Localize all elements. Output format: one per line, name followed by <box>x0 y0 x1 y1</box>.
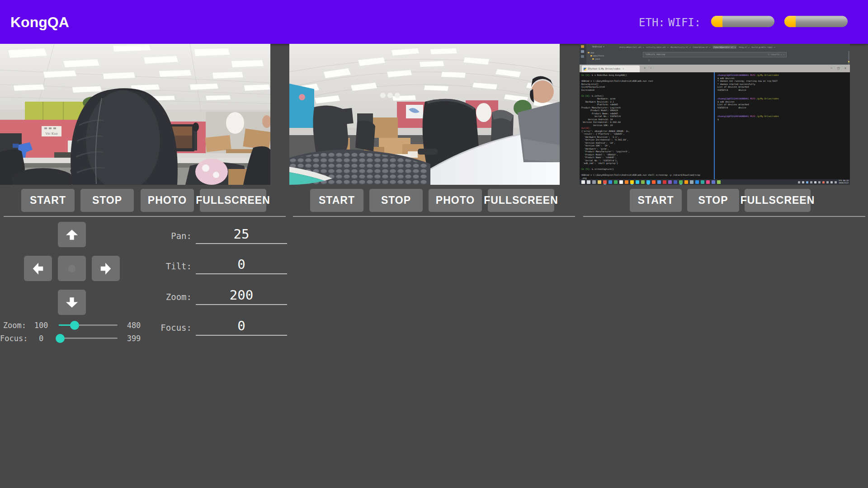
wifi-progress-bar <box>784 16 848 27</box>
focus-slider-thumb[interactable] <box>56 334 65 343</box>
pan-left-button[interactable] <box>24 256 52 281</box>
pan-label: Pan: <box>154 231 192 241</box>
pan-right-button[interactable] <box>92 256 120 281</box>
home-icon <box>65 263 79 275</box>
stop-button[interactable]: STOP <box>80 189 134 212</box>
arrow-right-icon <box>100 262 112 275</box>
panel-divider <box>4 216 286 217</box>
start-button[interactable]: START <box>21 189 75 212</box>
zoom-slider-max: 480 <box>124 321 144 330</box>
tilt-field-row: Tilt: 0 <box>154 254 289 274</box>
tilt-up-button[interactable] <box>58 222 86 247</box>
wifi-label: WIFI: <box>668 16 701 29</box>
pan-input[interactable]: 25 <box>196 226 287 244</box>
camera-panel-1: Vic Kao <box>0 44 270 220</box>
start-button[interactable]: START <box>630 189 682 212</box>
zoom-slider[interactable] <box>59 324 118 326</box>
photo-button[interactable]: PHOTO <box>141 189 194 212</box>
app-window: KongQA ETH: WIFI: <box>0 0 868 488</box>
focus-input[interactable]: 0 <box>196 318 287 336</box>
arrow-down-icon <box>65 296 79 309</box>
stop-button[interactable]: STOP <box>687 189 739 212</box>
focus-field-row: Focus: 0 <box>154 316 289 336</box>
focus-slider-max: 399 <box>124 334 144 343</box>
tilt-down-button[interactable] <box>58 290 86 315</box>
eth-label: ETH: <box>639 16 665 29</box>
zoom-slider-label: Zoom: <box>0 321 26 330</box>
center-home-button[interactable] <box>58 256 86 281</box>
tilt-label: Tilt: <box>154 261 192 271</box>
wifi-progress-fill <box>784 16 796 27</box>
arrow-up-icon <box>65 229 79 241</box>
focus-label: Focus: <box>154 323 192 333</box>
camera-feed-3: Android ▾ AndroidManifest.xml ×activity_… <box>580 44 850 185</box>
stop-button[interactable]: STOP <box>369 189 423 212</box>
eth-progress-bar <box>711 16 774 27</box>
focus-slider-min: 0 <box>31 334 51 343</box>
pan-field-row: Pan: 25 <box>154 224 289 244</box>
start-button[interactable]: START <box>310 189 363 212</box>
fullscreen-button[interactable]: FULLSCREEN <box>745 189 811 212</box>
feed-overlay <box>580 44 850 185</box>
camera-panel-2: STARTSTOPPHOTOFULLSCREEN <box>289 44 560 220</box>
photo-button[interactable]: PHOTO <box>429 189 482 212</box>
camera-3-buttons: STARTSTOPFULLSCREEN <box>580 189 850 212</box>
zoom-slider-thumb[interactable] <box>70 321 79 330</box>
zoom-field-row: Zoom: 200 <box>154 285 289 305</box>
camera-2-buttons: STARTSTOPPHOTOFULLSCREEN <box>289 189 560 212</box>
zoom-slider-min: 100 <box>31 321 51 330</box>
focus-slider-label: Focus: <box>0 334 26 343</box>
eth-progress-fill <box>711 16 722 27</box>
zoom-input[interactable]: 200 <box>196 287 287 305</box>
camera-panel-3: Android ▾ AndroidManifest.xml ×activity_… <box>580 44 850 220</box>
feed-overlay <box>0 44 270 185</box>
app-bar: KongQA ETH: WIFI: <box>0 0 868 44</box>
panel-divider <box>583 216 865 217</box>
fullscreen-button[interactable]: FULLSCREEN <box>488 189 554 212</box>
focus-slider[interactable] <box>59 338 118 339</box>
tilt-input[interactable]: 0 <box>196 257 287 274</box>
arrow-left-icon <box>32 262 44 275</box>
fullscreen-button[interactable]: FULLSCREEN <box>200 189 266 212</box>
feed-overlay <box>289 44 560 185</box>
camera-feed-1: Vic Kao <box>0 44 270 185</box>
camera-1-buttons: STARTSTOPPHOTOFULLSCREEN <box>0 189 270 212</box>
zoom-label: Zoom: <box>154 292 192 302</box>
panel-divider <box>293 216 575 217</box>
camera-feed-2 <box>289 44 560 185</box>
app-title: KongQA <box>10 14 69 31</box>
